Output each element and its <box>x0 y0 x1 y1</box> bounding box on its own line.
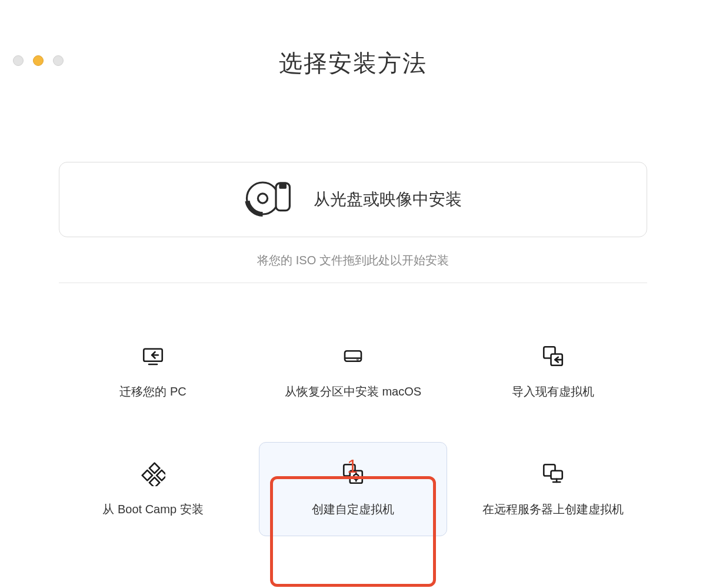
window-controls <box>13 55 64 66</box>
migrate-pc-icon <box>141 344 165 368</box>
option-recovery-macos[interactable]: 从恢复分区中安装 macOS <box>259 324 447 418</box>
iso-drop-hint: 将您的 ISO 文件拖到此处以开始安装 <box>59 253 647 268</box>
recovery-mac-icon <box>341 344 365 368</box>
import-vm-icon <box>541 344 565 368</box>
svg-rect-25 <box>551 470 562 479</box>
page-title: 选择安装方法 <box>0 47 706 79</box>
svg-point-9 <box>357 359 358 360</box>
svg-rect-16 <box>149 477 159 486</box>
install-method-grid: 迁移您的 PC 从恢复分区中安装 macOS 导入 <box>59 324 647 536</box>
installer-window: 选择安装方法 从光盘或映像中安装 将您的 ISO 文件拖到此处以开始安装 <box>0 47 706 588</box>
svg-point-1 <box>258 194 267 203</box>
option-migrate-pc[interactable]: 迁移您的 PC <box>59 324 247 418</box>
close-window-button[interactable] <box>13 55 24 66</box>
divider <box>59 283 647 283</box>
svg-rect-15 <box>156 470 165 480</box>
install-from-disc-label: 从光盘或映像中安装 <box>314 188 462 211</box>
option-remote-vm[interactable]: 在远程服务器上创建虚拟机 <box>459 442 647 536</box>
remote-vm-icon <box>541 461 565 486</box>
minimize-window-button[interactable] <box>33 55 44 66</box>
zoom-window-button[interactable] <box>53 55 64 66</box>
option-recovery-macos-label: 从恢复分区中安装 macOS <box>285 384 421 400</box>
option-import-vm[interactable]: 导入现有虚拟机 <box>459 324 647 418</box>
option-migrate-pc-label: 迁移您的 PC <box>119 384 186 400</box>
option-create-custom-vm-label: 创建自定虚拟机 <box>312 501 394 517</box>
disc-usb-icon <box>244 178 297 221</box>
option-create-custom-vm[interactable]: 创建自定虚拟机 <box>259 442 447 536</box>
option-import-vm-label: 导入现有虚拟机 <box>512 384 594 400</box>
svg-rect-14 <box>142 470 152 480</box>
svg-rect-7 <box>345 351 361 361</box>
svg-rect-3 <box>279 183 287 189</box>
svg-rect-13 <box>149 463 159 473</box>
option-bootcamp[interactable]: 从 Boot Camp 安装 <box>59 442 247 536</box>
custom-vm-icon <box>341 461 365 486</box>
option-bootcamp-label: 从 Boot Camp 安装 <box>102 501 203 517</box>
bootcamp-icon <box>141 461 165 486</box>
option-remote-vm-label: 在远程服务器上创建虚拟机 <box>482 501 624 517</box>
install-from-disc-or-image-option[interactable]: 从光盘或映像中安装 <box>59 162 647 237</box>
